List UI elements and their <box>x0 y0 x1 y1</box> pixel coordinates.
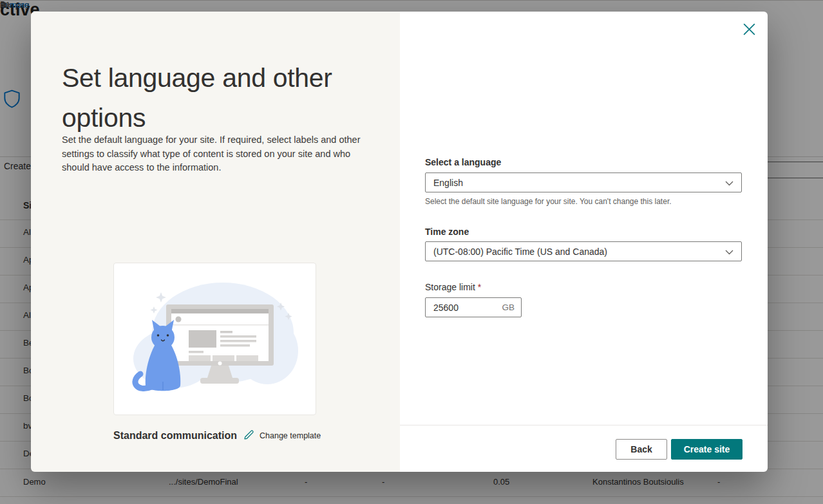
language-label: Select a language <box>425 157 501 167</box>
timezone-dropdown-value: (UTC-08:00) Pacific Time (US and Canada) <box>433 247 607 257</box>
dialog-description: Set the default language for your site. … <box>62 133 371 175</box>
dialog-title: Set language and other options <box>62 58 384 138</box>
language-dropdown[interactable]: English <box>425 173 742 192</box>
storage-limit-unit: GB <box>502 303 515 312</box>
timezone-dropdown[interactable]: (UTC-08:00) Pacific Time (US and Canada) <box>425 241 742 261</box>
close-button[interactable] <box>739 20 759 41</box>
dialog-right-panel: Select a language English Select the def… <box>400 12 768 472</box>
language-helper-text: Select the default site language for you… <box>425 197 672 206</box>
dialog-left-panel: Set language and other options Set the d… <box>31 12 400 472</box>
selected-template-name: Standard communication <box>113 430 237 442</box>
change-template-label: Change template <box>260 431 321 440</box>
cat-monitor-illustration <box>114 262 316 416</box>
storage-limit-label-text: Storage limit <box>425 282 478 292</box>
chevron-down-icon <box>725 177 733 189</box>
create-site-button[interactable]: Create site <box>671 439 743 460</box>
change-template-button[interactable]: Change template <box>243 429 321 443</box>
create-site-dialog: Set language and other options Set the d… <box>31 12 768 472</box>
storage-limit-label: Storage limit * <box>425 282 481 292</box>
selected-template-row: Standard communication Change template <box>113 427 321 445</box>
storage-limit-input[interactable]: 25600 GB <box>425 297 522 317</box>
template-illustration-card <box>113 263 316 415</box>
footer-divider <box>400 425 768 425</box>
language-dropdown-value: English <box>433 178 463 188</box>
close-icon <box>743 23 756 38</box>
required-asterisk: * <box>478 282 481 292</box>
chevron-down-icon <box>725 246 733 257</box>
timezone-label: Time zone <box>425 227 469 237</box>
storage-limit-value: 25600 <box>433 303 459 313</box>
back-button[interactable]: Back <box>616 439 667 460</box>
edit-pencil-icon <box>243 429 255 443</box>
